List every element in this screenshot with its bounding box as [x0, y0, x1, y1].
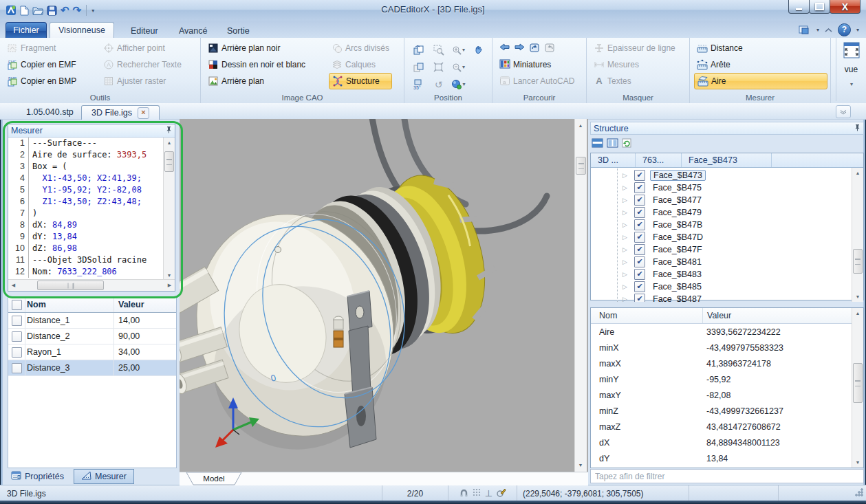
expand-icon[interactable]: ▷	[623, 234, 629, 241]
visibility-checkbox[interactable]: ✔	[634, 281, 645, 292]
visibility-checkbox[interactable]: ✔	[634, 170, 645, 181]
table-row[interactable]: dY13,84	[591, 450, 863, 466]
resize-grip[interactable]	[855, 488, 863, 496]
expand-icon[interactable]: ▷	[623, 197, 629, 204]
visibility-checkbox[interactable]: ✔	[634, 232, 645, 243]
tab-proprietes[interactable]: Propriétés	[4, 469, 71, 484]
visibility-checkbox[interactable]: ✔	[634, 207, 645, 218]
tree-item[interactable]: ▷✔Face_$B47B	[591, 219, 863, 231]
expand-icon[interactable]: ▷	[623, 221, 629, 228]
visibility-checkbox[interactable]: ✔	[634, 195, 645, 206]
visibility-checkbox[interactable]: ✔	[634, 244, 645, 255]
tab-sortie[interactable]: Sortie	[219, 24, 258, 38]
expand-icon[interactable]: ▷	[623, 172, 629, 179]
scroll-up-icon[interactable]: ▲	[852, 308, 863, 318]
doc-tab-1[interactable]: 1.05.040.stp	[17, 105, 83, 119]
table-row[interactable]: minX-43,4997975583323	[591, 340, 863, 355]
model-tab[interactable]: Model	[203, 474, 224, 483]
path-segment[interactable]: 3D ...	[591, 153, 636, 167]
tree-vertical-scrollbar[interactable]: ▲ ▼	[852, 168, 863, 302]
scrollbar-thumb[interactable]	[37, 281, 104, 290]
style-dropdown-icon[interactable]: ▾	[816, 27, 819, 33]
draw-pen-icon[interactable]	[497, 488, 506, 499]
copier-en-bmp-button[interactable]: BMP Copier en BMP	[4, 73, 100, 89]
tab-fichier[interactable]: Fichier	[6, 22, 47, 39]
tree-item[interactable]: ▷✔Face_$B47F	[591, 243, 863, 256]
scroll-down-icon[interactable]: ▼	[852, 292, 863, 302]
copy-view-button[interactable]	[413, 62, 424, 73]
back-icon[interactable]	[499, 43, 510, 53]
path-segment[interactable]: 763...	[636, 153, 682, 167]
tab-visionneuse[interactable]: Visionneuse	[50, 22, 114, 39]
table-row[interactable]: minY-95,92	[591, 371, 863, 387]
arriere-plan-noir-button[interactable]: Arrière plan noir	[205, 40, 329, 56]
scroll-down-icon[interactable]: ▼	[575, 460, 586, 470]
pin-icon[interactable]	[854, 124, 860, 133]
expand-icon[interactable]: ▷	[623, 184, 629, 191]
tree-item[interactable]: ▷✔Face_$B473	[591, 169, 863, 182]
zoom-window-button[interactable]	[433, 45, 444, 56]
table-row-selected[interactable]: Distance_3 25,00	[8, 360, 176, 376]
tab-overflow-button[interactable]	[836, 105, 851, 118]
tree-item[interactable]: ▷✔Face_$B475	[591, 182, 863, 194]
help-dropdown-icon[interactable]: ▾	[856, 27, 859, 33]
scroll-down-icon[interactable]: ▼	[852, 457, 863, 468]
rotate-view-button[interactable]	[413, 45, 424, 56]
expand-icon[interactable]: ▷	[623, 296, 629, 302]
tree-item[interactable]: ▷✔Face_$B47D	[591, 231, 863, 243]
distance-button[interactable]: Distance	[694, 40, 827, 56]
viewport-vertical-scrollbar[interactable]: ▲ ▼	[574, 119, 587, 472]
pan-hand-button[interactable]	[473, 45, 484, 55]
close-tab-icon[interactable]: ×	[138, 107, 149, 119]
tree-item[interactable]: ▷✔Face_$B477	[591, 194, 863, 206]
copier-en-emf-button[interactable]: EMF Copier en EMF	[4, 56, 100, 73]
tab-avance[interactable]: Avancé	[171, 24, 215, 38]
snap-magnet-icon[interactable]	[459, 488, 468, 499]
scrollbar-thumb[interactable]	[576, 157, 586, 175]
editor-vertical-scrollbar[interactable]: ▲ ▼	[163, 138, 175, 281]
split-vertical-icon[interactable]	[607, 138, 618, 150]
grid-icon[interactable]	[473, 488, 481, 498]
help-icon[interactable]: ?	[838, 23, 851, 36]
title-bar[interactable]: ↶ ↷ ▾ CADEditorX - [3D File.igs] X	[0, 0, 866, 21]
render-mode-button[interactable]: ▾	[451, 79, 465, 89]
scroll-up-icon[interactable]: ▲	[164, 138, 175, 148]
header-checkbox[interactable]	[12, 300, 22, 310]
scroll-left-icon[interactable]: ◀	[8, 280, 19, 291]
rotate-35-button[interactable]: 35°	[413, 79, 425, 90]
expand-icon[interactable]: ▷	[623, 271, 629, 278]
zoom-out-button[interactable]: ▾	[452, 63, 465, 72]
forward-icon[interactable]	[515, 43, 525, 53]
dessin-noir-blanc-button[interactable]: Dessin en noir et blanc	[205, 56, 329, 73]
window-style-icon[interactable]	[799, 24, 811, 36]
scroll-right-icon[interactable]: ▶	[164, 280, 175, 291]
scrollbar-thumb[interactable]	[853, 363, 863, 403]
column-header-nom[interactable]: Nom	[25, 297, 113, 312]
measure-report-editor[interactable]: 1---Surface--- 2Aire de surface: 3393,5 …	[8, 138, 175, 281]
tab-editeur[interactable]: Editeur	[122, 24, 166, 38]
column-header-nom[interactable]: Nom	[591, 311, 702, 320]
refresh-icon[interactable]	[622, 138, 631, 150]
row-checkbox[interactable]	[12, 316, 22, 326]
scroll-up-icon[interactable]: ▲	[852, 168, 863, 178]
visibility-checkbox[interactable]: ✔	[634, 294, 645, 302]
expand-icon[interactable]: ▷	[623, 209, 629, 216]
close-button[interactable]: X	[830, 0, 860, 14]
row-checkbox[interactable]	[12, 363, 22, 373]
tab-mesurer[interactable]: Mesurer	[74, 469, 134, 484]
vue-button[interactable]: vue ▾	[836, 38, 866, 101]
doc-tab-2[interactable]: 3D File.igs ×	[81, 105, 160, 120]
table-row[interactable]: maxZ43,4814727608672	[591, 419, 863, 435]
minimize-button[interactable]	[788, 0, 810, 14]
tree-item[interactable]: ▷✔Face_$B479	[591, 206, 863, 219]
previous-view-button[interactable]: ↺	[435, 79, 443, 90]
path-segment[interactable]: Face_$B473	[682, 153, 772, 167]
structure-button[interactable]: Structure	[329, 73, 392, 89]
maximize-button[interactable]	[809, 0, 830, 14]
page-undo-icon[interactable]	[530, 43, 540, 54]
3d-viewport[interactable]: 0	[180, 119, 588, 472]
table-row[interactable]: maxY-82,08	[591, 387, 863, 403]
tree-item[interactable]: ▷✔Face_$B483	[591, 268, 863, 281]
tree-item[interactable]: ▷✔Face_$B481	[591, 256, 863, 268]
visibility-checkbox[interactable]: ✔	[634, 219, 645, 230]
